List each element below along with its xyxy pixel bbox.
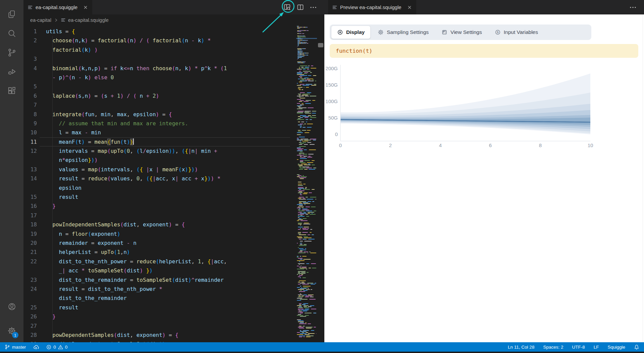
- eol-sequence[interactable]: LF: [594, 345, 599, 350]
- svg-text:100G: 100G: [325, 98, 338, 104]
- code-row[interactable]: 11 meanF(t) = mean(fun(t)): [23, 137, 324, 146]
- code-row[interactable]: 22 dist_to_the_nth_power = reduce(helper…: [23, 257, 324, 266]
- extensions-icon[interactable]: [0, 81, 23, 100]
- scrollbar-handle[interactable]: [318, 43, 323, 47]
- code-row[interactable]: - p)^(n - k) else 0: [23, 73, 324, 82]
- code-area[interactable]: 1utils = {2 choose(n,k) = factorial(n) /…: [23, 26, 324, 342]
- code-row[interactable]: 7: [23, 100, 324, 109]
- fan-chart-svg: 050G100G150G200G0246810: [324, 62, 644, 160]
- code-row[interactable]: _| acc * toSampleSet(dist) }): [23, 266, 324, 275]
- breadcrumb-folder[interactable]: ea-capital: [30, 17, 51, 23]
- encoding[interactable]: UTF-8: [572, 345, 585, 350]
- code-row[interactable]: 15 result: [23, 192, 324, 202]
- svg-text:0: 0: [339, 142, 342, 148]
- preview-tab-switcher: Display Sampling Settings: [330, 25, 591, 40]
- open-preview-icon[interactable]: [283, 3, 291, 11]
- code-row[interactable]: 26 }: [23, 312, 324, 321]
- code-row[interactable]: 2 choose(n,k) = factorial(n) / ( factori…: [23, 36, 324, 45]
- line-number: 22: [23, 257, 37, 266]
- line-number: [23, 156, 37, 165]
- line-number: 9: [23, 119, 37, 128]
- code-row[interactable]: 19 n = floor(exponent): [23, 229, 324, 238]
- code-row[interactable]: 29 distDependent = toSampleSet(dist): [23, 340, 324, 342]
- account-icon[interactable]: [0, 297, 23, 316]
- tab-label: Sampling Settings: [387, 29, 429, 35]
- code-row[interactable]: factorial(k) ): [23, 45, 324, 54]
- code-row[interactable]: 23 dist_to_the_remainder = toSampleSet(d…: [23, 275, 324, 284]
- split-editor-icon[interactable]: [297, 3, 305, 11]
- code-row[interactable]: dist_to_the_remainder: [23, 294, 324, 303]
- more-actions-icon[interactable]: [310, 4, 317, 11]
- run-debug-icon[interactable]: [0, 62, 23, 81]
- code-row[interactable]: 13 values = map(intervals, ({ |x | meanF…: [23, 165, 324, 174]
- line-number: 5: [23, 82, 37, 91]
- problems-item[interactable]: 0 0: [46, 345, 67, 350]
- code-row[interactable]: 6 laplace(s,n) = (s + 1) / ( n + 2): [23, 91, 324, 100]
- line-number: 17: [23, 211, 37, 220]
- tab-input-variables[interactable]: $ Input Variables: [489, 26, 544, 39]
- search-icon[interactable]: [0, 24, 23, 43]
- code-row[interactable]: 3: [23, 54, 324, 63]
- close-tab-icon[interactable]: [83, 5, 88, 10]
- minimap-cursor-line: [296, 38, 317, 39]
- svg-text:2: 2: [389, 142, 392, 148]
- svg-text:0: 0: [335, 131, 338, 137]
- code-row[interactable]: 14 result = reduce(values, 0, ({|acc, x|…: [23, 174, 324, 183]
- tab-view-settings[interactable]: View Settings: [436, 26, 488, 39]
- code-row[interactable]: 10 l = max - min: [23, 128, 324, 137]
- tab-sampling-settings[interactable]: Sampling Settings: [372, 26, 434, 39]
- publish-changes-button[interactable]: [33, 344, 39, 350]
- source-control-icon[interactable]: [0, 43, 23, 62]
- tab-display[interactable]: Display: [331, 26, 371, 39]
- code-row[interactable]: 27: [23, 321, 324, 330]
- code-row[interactable]: 9 // assume that min and max are integer…: [23, 119, 324, 128]
- squiggle-file-icon: [61, 17, 66, 23]
- code-row[interactable]: 28 powDependentSamples(dist, exponent) =…: [23, 330, 324, 340]
- line-number: 19: [23, 229, 37, 238]
- function-banner[interactable]: function(t): [330, 44, 638, 58]
- close-tab-icon[interactable]: [407, 5, 412, 10]
- tab-preview-ea-capital-squiggle[interactable]: Preview ea-capital.squiggle: [328, 0, 416, 14]
- svg-text:200G: 200G: [325, 65, 338, 71]
- minimap[interactable]: [296, 25, 317, 340]
- line-number: 14: [23, 174, 37, 183]
- settings-gear-icon[interactable]: [0, 321, 23, 341]
- code-row[interactable]: 25 result: [23, 303, 324, 312]
- vscode-window: 1 ea-capital.squiggle: [0, 0, 644, 353]
- code-row[interactable]: 12 intervals = map(upTo(0, (l/epsilon)),…: [23, 146, 324, 156]
- language-mode[interactable]: Squiggle: [607, 345, 625, 350]
- code-row[interactable]: 5: [23, 82, 324, 91]
- code-row[interactable]: 18 powIndependentSamples(dist, exponent)…: [23, 220, 324, 229]
- tab-ea-capital-squiggle[interactable]: ea-capital.squiggle: [23, 0, 92, 14]
- gear-icon: [378, 29, 384, 35]
- code-row[interactable]: n*epsilon})): [23, 156, 324, 165]
- code-row[interactable]: epsilon: [23, 183, 324, 192]
- window-edge: [0, 352, 644, 353]
- line-number: 26: [23, 312, 37, 321]
- editor-group: ea-capital.squiggle: [23, 0, 324, 342]
- code-row[interactable]: 1utils = {: [23, 27, 324, 36]
- preview-scrollbar[interactable]: [643, 14, 643, 342]
- code-row[interactable]: 21 helperList = upTo(1,n): [23, 248, 324, 257]
- text-cursor: [133, 138, 134, 145]
- code-row[interactable]: 4 binomial(k,n,p) = if k<=n then choose(…: [23, 64, 324, 73]
- tab-label: View Settings: [450, 29, 482, 35]
- code-row[interactable]: 16 }: [23, 202, 324, 211]
- breadcrumb-file[interactable]: ea-capital.squiggle: [68, 17, 109, 23]
- code-row[interactable]: 17: [23, 211, 324, 220]
- code-row[interactable]: 24 result = dist_to_the_nth_power *: [23, 284, 324, 294]
- git-branch-item[interactable]: master: [5, 344, 26, 350]
- chevron-right-icon: [54, 18, 58, 23]
- code-row[interactable]: 8 integrate(fun, min, max, epsilon) = {: [23, 110, 324, 119]
- explorer-icon[interactable]: [0, 4, 23, 24]
- tab-title: Preview ea-capital.squiggle: [340, 4, 401, 10]
- line-number: 27: [23, 321, 37, 330]
- line-number: 2: [23, 36, 37, 45]
- code-row[interactable]: 20 remainder = exponent - n: [23, 238, 324, 248]
- indentation[interactable]: Spaces: 2: [543, 345, 563, 350]
- more-actions-icon[interactable]: [629, 4, 637, 11]
- squiggle-file-icon: [332, 5, 337, 10]
- line-number: [23, 183, 37, 192]
- notifications-bell-icon[interactable]: [634, 344, 639, 350]
- cursor-position[interactable]: Ln 11, Col 28: [508, 345, 534, 350]
